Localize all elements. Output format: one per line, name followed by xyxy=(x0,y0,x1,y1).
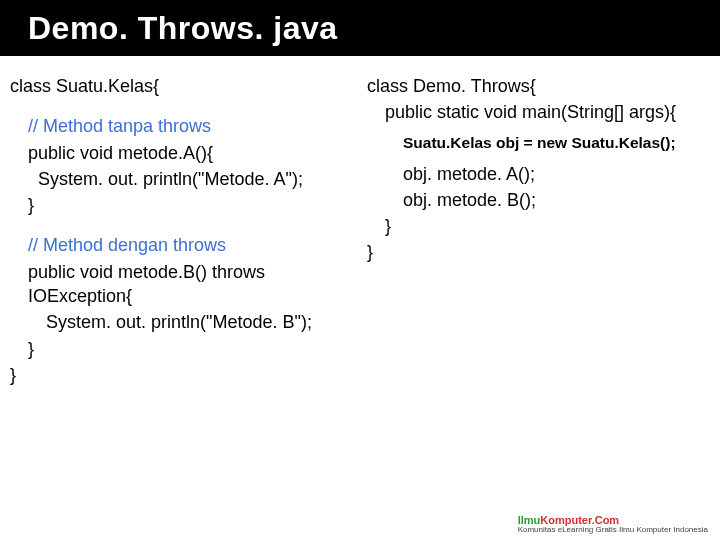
code-comment: // Method tanpa throws xyxy=(28,114,355,138)
code-comment: // Method dengan throws xyxy=(28,233,355,257)
code-line: obj. metode. A(); xyxy=(403,162,712,186)
code-line: } xyxy=(28,193,355,217)
page-title: Demo. Throws. java xyxy=(28,10,338,47)
code-line: public static void main(String[] args){ xyxy=(385,100,712,124)
code-line: Suatu.Kelas obj = new Suatu.Kelas(); xyxy=(403,133,712,154)
code-line: System. out. println("Metode. A"); xyxy=(38,167,355,191)
code-line: } xyxy=(385,214,712,238)
footer-logo: IlmuKomputer.Com Komunitas eLearning Gra… xyxy=(518,514,708,534)
code-line: public void metode.B() throws IOExceptio… xyxy=(28,260,355,309)
code-line: } xyxy=(28,337,355,361)
slide-content: class Suatu.Kelas{ // Method tanpa throw… xyxy=(0,56,720,508)
code-line: System. out. println("Metode. B"); xyxy=(46,310,355,334)
code-line: obj. metode. B(); xyxy=(403,188,712,212)
code-column-right: class Demo. Throws{ public static void m… xyxy=(361,74,712,508)
code-column-left: class Suatu.Kelas{ // Method tanpa throw… xyxy=(10,74,361,508)
title-bar: Demo. Throws. java xyxy=(0,0,720,56)
code-line: } xyxy=(10,363,355,387)
logo-subtitle: Komunitas eLearning Gratis Ilmu Komputer… xyxy=(518,526,708,534)
code-line: class Suatu.Kelas{ xyxy=(10,74,355,98)
code-line: public void metode.A(){ xyxy=(28,141,355,165)
code-line: class Demo. Throws{ xyxy=(367,74,712,98)
code-line: } xyxy=(367,240,712,264)
